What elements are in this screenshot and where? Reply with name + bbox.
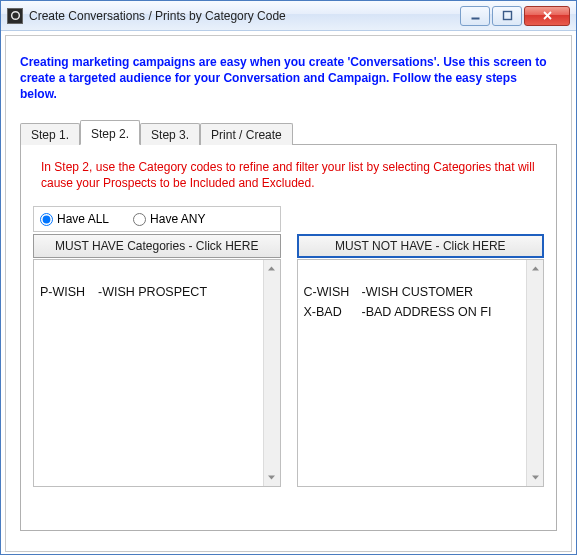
columns: Have ALL Have ANY MUST HAVE Categories -…: [33, 206, 544, 487]
radio-have-all-input[interactable]: [40, 213, 53, 226]
must-have-button[interactable]: MUST HAVE Categories - Click HERE: [33, 234, 281, 258]
category-code: C-WISH: [304, 282, 362, 302]
category-desc: -WISH CUSTOMER: [362, 282, 521, 302]
exclude-list-inner: C-WISH-WISH CUSTOMERX-BAD-BAD ADDRESS ON…: [298, 260, 527, 486]
include-listbox[interactable]: P-WISH-WISH PROSPECT: [33, 259, 281, 487]
tab-bar: Step 1. Step 2. Step 3. Print / Create: [20, 121, 557, 145]
include-scrollbar[interactable]: [263, 260, 280, 486]
minimize-icon: [470, 10, 481, 21]
list-item[interactable]: P-WISH-WISH PROSPECT: [40, 282, 257, 302]
tab-step-2[interactable]: Step 2.: [80, 120, 140, 145]
include-list-inner: P-WISH-WISH PROSPECT: [34, 260, 263, 486]
exclude-column: MUST NOT HAVE - Click HERE C-WISH-WISH C…: [297, 206, 545, 487]
app-icon: [7, 8, 23, 24]
scroll-track[interactable]: [264, 277, 280, 469]
exclude-scrollbar[interactable]: [526, 260, 543, 486]
window-title: Create Conversations / Prints by Categor…: [29, 9, 460, 23]
category-code: X-BAD: [304, 302, 362, 322]
radio-have-any[interactable]: Have ANY: [133, 212, 205, 226]
scroll-down-icon[interactable]: [264, 469, 280, 486]
maximize-button[interactable]: [492, 6, 522, 26]
title-bar: Create Conversations / Prints by Categor…: [1, 1, 576, 31]
svg-point-0: [11, 12, 19, 20]
exclude-listbox[interactable]: C-WISH-WISH CUSTOMERX-BAD-BAD ADDRESS ON…: [297, 259, 545, 487]
category-code: P-WISH: [40, 282, 98, 302]
tab-step-1[interactable]: Step 1.: [20, 123, 80, 145]
svg-rect-2: [503, 12, 511, 20]
close-icon: [542, 10, 553, 21]
client-area: Creating marketing campaigns are easy wh…: [1, 31, 576, 555]
match-mode-group: Have ALL Have ANY: [33, 206, 281, 232]
include-column: Have ALL Have ANY MUST HAVE Categories -…: [33, 206, 281, 487]
maximize-icon: [502, 10, 513, 21]
main-panel: Creating marketing campaigns are easy wh…: [5, 35, 572, 552]
minimize-button[interactable]: [460, 6, 490, 26]
window-controls: [460, 6, 570, 26]
list-item[interactable]: C-WISH-WISH CUSTOMER: [304, 282, 521, 302]
list-item[interactable]: X-BAD-BAD ADDRESS ON FI: [304, 302, 521, 322]
radio-have-all[interactable]: Have ALL: [40, 212, 109, 226]
tab-print-create[interactable]: Print / Create: [200, 123, 293, 145]
radio-have-all-label: Have ALL: [57, 212, 109, 226]
radio-have-any-input[interactable]: [133, 213, 146, 226]
radio-have-any-label: Have ANY: [150, 212, 205, 226]
scroll-up-icon[interactable]: [527, 260, 543, 277]
tab-step-3[interactable]: Step 3.: [140, 123, 200, 145]
tab-content: In Step 2, use the Category codes to ref…: [20, 145, 557, 531]
intro-text: Creating marketing campaigns are easy wh…: [20, 54, 557, 103]
category-desc: -BAD ADDRESS ON FI: [362, 302, 521, 322]
svg-rect-1: [471, 18, 479, 20]
scroll-up-icon[interactable]: [264, 260, 280, 277]
scroll-down-icon[interactable]: [527, 469, 543, 486]
step-instructions: In Step 2, use the Category codes to ref…: [41, 159, 536, 193]
scroll-track[interactable]: [527, 277, 543, 469]
must-not-have-button[interactable]: MUST NOT HAVE - Click HERE: [297, 234, 545, 258]
spacer: [297, 206, 545, 232]
category-desc: -WISH PROSPECT: [98, 282, 257, 302]
close-button[interactable]: [524, 6, 570, 26]
